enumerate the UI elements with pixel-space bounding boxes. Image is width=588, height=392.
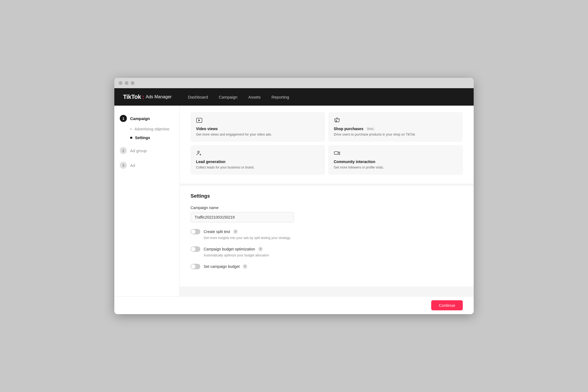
- set-budget-toggle[interactable]: [191, 264, 200, 269]
- browser-dot-yellow: [125, 81, 128, 85]
- budget-optimization-desc: Automatically optimize your budget alloc…: [191, 253, 463, 257]
- nav-reporting[interactable]: Reporting: [271, 93, 289, 102]
- lead-generation-title: Lead generation: [196, 160, 320, 164]
- split-test-toggle[interactable]: [191, 229, 200, 234]
- sidebar: 1 Campaign Advertising objective Setting…: [114, 106, 180, 296]
- browser-chrome: [114, 78, 474, 88]
- split-test-help-icon[interactable]: ?: [233, 229, 238, 234]
- sidebar-sub-settings[interactable]: Settings: [114, 133, 179, 142]
- step-label-adgroup: Ad group: [130, 148, 147, 153]
- sidebar-step-campaign[interactable]: 1 Campaign: [114, 112, 179, 125]
- content-area: Video views Get more views and engagemen…: [180, 106, 474, 296]
- community-interaction-title: Community interaction: [334, 160, 457, 164]
- campaign-name-input[interactable]: [191, 212, 294, 222]
- browser-window: TikTok : Ads Manager Dashboard Campaign …: [114, 78, 474, 314]
- sidebar-sub-advertising[interactable]: Advertising objective: [114, 125, 179, 133]
- community-interaction-desc: Get more followers or profile visits.: [334, 165, 457, 170]
- step-number-3: 3: [120, 162, 127, 169]
- objective-card-shop-purchases[interactable]: Shop purchases Beta Drive users to purch…: [328, 112, 463, 142]
- logo: TikTok : Ads Manager: [123, 93, 171, 100]
- objectives-section: Video views Get more views and engagemen…: [180, 106, 474, 183]
- objectives-grid: Video views Get more views and engagemen…: [191, 112, 463, 175]
- continue-button[interactable]: Continue: [431, 300, 463, 310]
- campaign-name-group: Campaign name: [191, 206, 463, 222]
- step-label-campaign: Campaign: [130, 116, 150, 121]
- lead-generation-icon: [196, 150, 320, 158]
- video-views-desc: Get more views and engagement for your v…: [196, 132, 320, 137]
- set-budget-group: Set campaign budget ?: [191, 264, 463, 269]
- sub-dot-advertising: [130, 128, 132, 130]
- step-number-1: 1: [120, 115, 127, 122]
- shop-purchases-desc: Drive users to purchase products in your…: [334, 132, 457, 137]
- campaign-name-label: Campaign name: [191, 206, 463, 210]
- step-number-2: 2: [120, 147, 127, 154]
- budget-optimization-help-icon[interactable]: ?: [258, 247, 263, 251]
- top-nav: TikTok : Ads Manager Dashboard Campaign …: [114, 88, 474, 106]
- settings-title: Settings: [191, 193, 463, 199]
- shop-purchases-title: Shop purchases Beta: [334, 127, 457, 131]
- browser-dot-red: [119, 81, 122, 85]
- budget-optimization-row: Campaign budget optimization ?: [191, 246, 463, 252]
- objective-card-video-views[interactable]: Video views Get more views and engagemen…: [191, 112, 325, 142]
- budget-optimization-group: Campaign budget optimization ? Automatic…: [191, 246, 463, 257]
- set-budget-label: Set campaign budget: [204, 264, 240, 269]
- svg-rect-3: [334, 152, 338, 154]
- svg-point-2: [198, 151, 199, 153]
- sub-label-settings: Settings: [135, 136, 150, 140]
- nav-items: Dashboard Campaign Assets Reporting: [188, 93, 289, 102]
- logo-ads-text: Ads Manager: [146, 94, 171, 99]
- browser-dot-green: [131, 81, 134, 85]
- beta-badge: Beta: [366, 127, 375, 131]
- objective-card-community-interaction[interactable]: Community interaction Get more followers…: [328, 145, 463, 175]
- logo-tiktok-text: TikTok: [123, 93, 141, 100]
- logo-dot: :: [142, 93, 144, 100]
- app-container: TikTok : Ads Manager Dashboard Campaign …: [114, 88, 474, 314]
- split-test-row: Create split test ?: [191, 229, 463, 234]
- sidebar-section-campaign: 1 Campaign Advertising objective Setting…: [114, 112, 179, 142]
- nav-dashboard[interactable]: Dashboard: [188, 93, 208, 102]
- sidebar-step-ad[interactable]: 3 Ad: [114, 159, 179, 171]
- budget-optimization-toggle[interactable]: [191, 246, 200, 252]
- set-budget-help-icon[interactable]: ?: [243, 264, 247, 269]
- settings-section: Settings Campaign name Create split test…: [180, 186, 474, 287]
- split-test-group: Create split test ? Get more insights in…: [191, 229, 463, 240]
- objective-card-lead-generation[interactable]: Lead generation Collect leads for your b…: [191, 145, 325, 175]
- sub-dot-settings: [130, 137, 132, 139]
- sidebar-section-adgroup: 2 Ad group: [114, 144, 179, 157]
- sidebar-step-adgroup[interactable]: 2 Ad group: [114, 144, 179, 157]
- budget-optimization-label: Campaign budget optimization: [204, 247, 255, 251]
- main-layout: 1 Campaign Advertising objective Setting…: [114, 106, 474, 296]
- step-label-ad: Ad: [130, 163, 135, 168]
- split-test-label: Create split test: [204, 229, 230, 234]
- lead-generation-desc: Collect leads for your business or brand…: [196, 165, 320, 170]
- community-interaction-icon: [334, 150, 457, 158]
- sub-label-advertising: Advertising objective: [134, 127, 169, 131]
- split-test-desc: Get more insights into your ads by split…: [191, 236, 463, 240]
- nav-campaign[interactable]: Campaign: [219, 93, 237, 102]
- nav-assets[interactable]: Assets: [248, 93, 261, 102]
- video-views-title: Video views: [196, 127, 320, 131]
- set-budget-row: Set campaign budget ?: [191, 264, 463, 269]
- footer-bar: Continue: [114, 296, 474, 314]
- video-views-icon: [196, 117, 320, 125]
- sidebar-section-ad: 3 Ad: [114, 159, 179, 171]
- svg-rect-1: [336, 121, 337, 121]
- shop-purchases-icon: [334, 117, 457, 125]
